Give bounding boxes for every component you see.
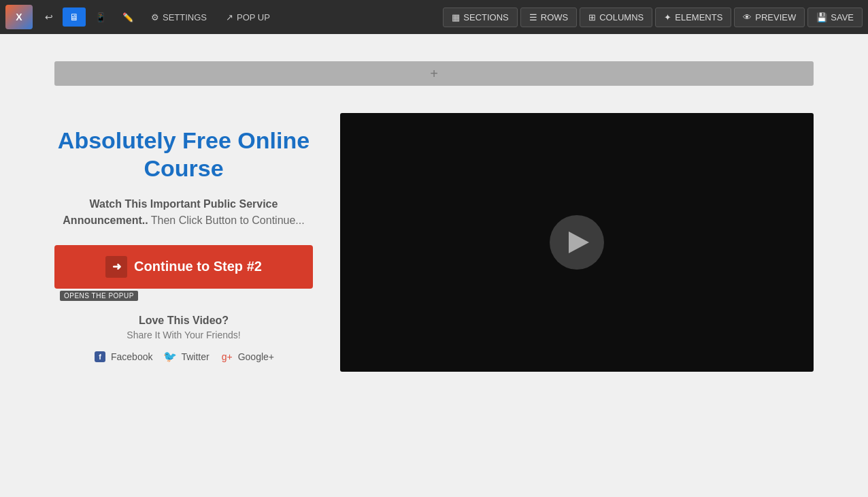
elements-icon (664, 12, 671, 22)
content-section: Absolutely Free Online Course Watch This… (54, 113, 814, 372)
app-logo[interactable]: X (5, 5, 33, 29)
subheadline: Watch This Important Public Service Anno… (54, 196, 313, 229)
logo-text: X (16, 12, 22, 22)
cta-button-wrap: ➜ Continue to Step #2 OPENS THE POPUP (54, 245, 313, 289)
preview-label: PREVIEW (755, 12, 796, 22)
rows-label: ROWS (541, 12, 568, 22)
back-icon (45, 12, 53, 22)
columns-label: COLUMNS (599, 12, 644, 22)
googleplus-share-button[interactable]: g+ Google+ (220, 350, 274, 364)
toolbar: X SETTINGS POP UP SECTIONS ROWS COLUMNS (0, 0, 868, 34)
brush-button[interactable] (116, 8, 140, 27)
save-label: SAVE (831, 12, 854, 22)
elements-label: ELEMENTS (675, 12, 722, 22)
columns-button[interactable]: COLUMNS (580, 7, 652, 27)
right-column (340, 113, 814, 372)
play-button[interactable] (550, 215, 604, 270)
popup-icon (226, 12, 233, 22)
desktop-view-button[interactable] (63, 7, 86, 27)
save-icon (816, 12, 827, 22)
preview-icon (743, 12, 752, 22)
share-title: Love This Video? (93, 315, 274, 327)
add-section-bar[interactable]: + (54, 61, 814, 86)
brush-icon (122, 12, 133, 22)
twitter-share-button[interactable]: 🐦 Twitter (163, 350, 209, 364)
popup-button[interactable]: POP UP (218, 8, 278, 27)
subheadline-normal: Then Click Button to Continue... (148, 214, 305, 226)
cta-button[interactable]: ➜ Continue to Step #2 (54, 245, 313, 289)
elements-button[interactable]: ELEMENTS (655, 7, 731, 27)
rows-button[interactable]: ROWS (520, 7, 577, 27)
googleplus-label: Google+ (238, 351, 274, 362)
share-subtitle: Share It With Your Friends! (93, 330, 274, 340)
columns-icon (588, 12, 596, 22)
left-column: Absolutely Free Online Course Watch This… (54, 113, 313, 364)
settings-label: SETTINGS (163, 12, 207, 22)
main-content: + Absolutely Free Online Course Watch Th… (0, 34, 868, 497)
video-player[interactable] (340, 113, 814, 372)
rows-icon (529, 12, 537, 22)
back-button[interactable] (38, 7, 60, 27)
cta-arrow-icon: ➜ (105, 256, 127, 278)
desktop-icon (69, 12, 79, 22)
share-section: Love This Video? Share It With Your Frie… (93, 315, 274, 364)
share-buttons: f Facebook 🐦 Twitter g+ Google+ (93, 350, 274, 364)
settings-button[interactable]: SETTINGS (143, 8, 215, 27)
sections-icon (452, 12, 460, 22)
twitter-icon: 🐦 (163, 350, 177, 364)
twitter-label: Twitter (181, 351, 209, 362)
facebook-share-button[interactable]: f Facebook (93, 350, 152, 364)
toolbar-right: SECTIONS ROWS COLUMNS ELEMENTS PREVIEW S… (443, 7, 863, 27)
preview-button[interactable]: PREVIEW (734, 7, 805, 27)
sections-label: SECTIONS (463, 12, 508, 22)
opens-popup-badge: OPENS THE POPUP (60, 291, 138, 301)
mobile-icon (95, 12, 106, 22)
mobile-view-button[interactable] (88, 8, 113, 27)
facebook-label: Facebook (111, 351, 152, 362)
cta-label: Continue to Step #2 (134, 259, 262, 274)
settings-icon (151, 12, 159, 22)
facebook-icon: f (93, 350, 107, 364)
popup-label: POP UP (237, 12, 270, 22)
sections-button[interactable]: SECTIONS (443, 7, 517, 27)
add-section-plus: + (430, 66, 438, 82)
main-headline: Absolutely Free Online Course (54, 127, 313, 182)
save-button[interactable]: SAVE (807, 7, 863, 27)
googleplus-icon: g+ (220, 350, 234, 364)
